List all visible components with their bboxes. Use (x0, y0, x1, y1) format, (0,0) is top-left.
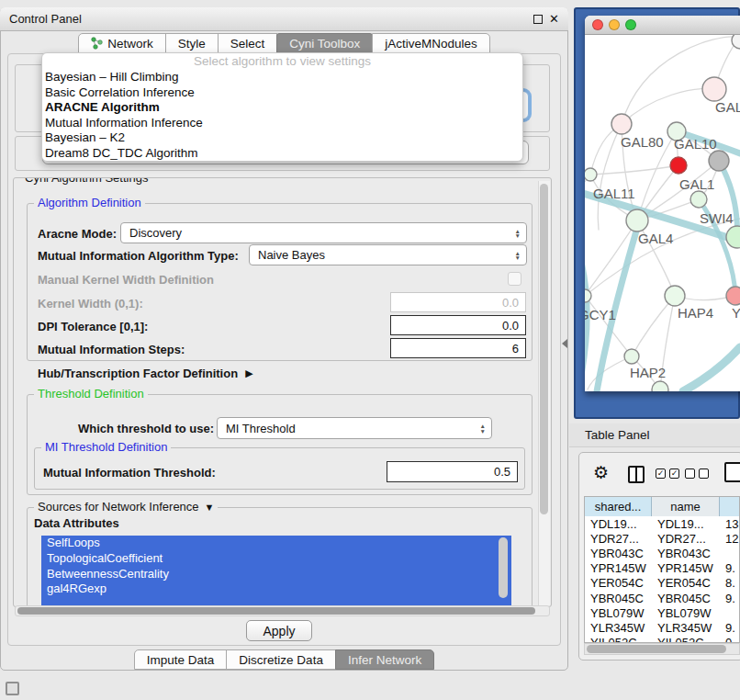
column-header-a[interactable]: A (720, 497, 740, 516)
network-edge[interactable] (585, 175, 590, 252)
network-node-gal1[interactable] (690, 191, 707, 208)
close-icon[interactable]: ✕ (549, 12, 559, 26)
close-traffic-light[interactable] (592, 19, 603, 30)
network-edge[interactable] (632, 296, 675, 356)
network-edge[interactable] (588, 356, 632, 390)
table-cell: YER054C (652, 576, 720, 591)
screen: Control Panel ✕ NetworkStyleSelectCyni T… (0, 0, 740, 700)
settings-hscrollbar-thumb[interactable] (17, 607, 535, 615)
gear-icon[interactable]: ⚙ (593, 462, 609, 483)
sources-group-title[interactable]: Sources for Network Inference ▼ (34, 500, 218, 514)
network-node-gal80[interactable] (611, 114, 632, 134)
tab-impute-data[interactable]: Impute Data (134, 649, 228, 670)
network-node[interactable] (670, 157, 687, 174)
attribute-item-gal4rgexp[interactable]: gal4RGexp (41, 581, 511, 597)
algorithm-option-aracne-algorithm[interactable]: ARACNE Algorithm (42, 100, 522, 116)
table-panel-titlebar: Table Panel (569, 423, 740, 447)
split-pane-collapse-handle[interactable] (562, 339, 567, 348)
hub-definition-toggle[interactable]: Hub/Transcription Factor Definition ▶ (38, 367, 253, 380)
float-window-icon[interactable] (533, 15, 543, 24)
table-row[interactable]: YDL19...YDL19...13 (585, 516, 740, 531)
network-canvas[interactable]: GALGAL80GAL10GAL11GAL1SWI4GAL4GCY1HAP4YH… (585, 35, 740, 391)
table-row[interactable]: YER054CYER054C8. (585, 576, 740, 591)
export-table-icon[interactable] (724, 462, 740, 482)
network-edge[interactable] (598, 124, 622, 230)
network-icon (91, 37, 103, 50)
column-visibility-icon[interactable] (628, 466, 645, 483)
column-header-shared[interactable]: shared... (585, 497, 652, 516)
aracne-mode-select[interactable]: Discovery ▲▼ (120, 222, 527, 243)
attribute-item-betweennesscentrality[interactable]: BetweennessCentrality (41, 567, 511, 582)
tab-jactivemnodules[interactable]: jActiveMNodules (372, 33, 490, 53)
table-cell: YBR045C (585, 591, 652, 605)
network-node[interactable] (652, 381, 668, 391)
table-row[interactable]: YBR043CYBR043C (585, 546, 740, 560)
mi-steps-input[interactable]: 6 (390, 338, 526, 358)
select-all-icon[interactable]: ✓ ✓ (656, 469, 679, 479)
tab-network[interactable]: Network (78, 33, 166, 53)
threshold-definition-title: Threshold Definition (34, 387, 148, 401)
node-label-gal10: GAL10 (674, 136, 717, 152)
algorithm-option-dream8-dc-tdc-algorithm[interactable]: Dream8 DC_TDC Algorithm (42, 146, 522, 162)
table-row[interactable]: YDR27...YDR27...12 (585, 531, 740, 546)
algorithm-option-bayesian-k2[interactable]: Bayesian – K2 (42, 130, 522, 146)
tab-select[interactable]: Select (218, 33, 278, 53)
zoom-traffic-light[interactable] (625, 19, 636, 30)
manual-kernel-width-checkbox[interactable] (508, 272, 521, 286)
mi-threshold-input[interactable]: 0.5 (387, 461, 518, 482)
network-node-gal11[interactable] (585, 168, 597, 181)
stepper-icon: ▲▼ (515, 228, 521, 238)
network-edge[interactable] (683, 347, 740, 391)
network-node-gal[interactable] (702, 77, 726, 101)
network-node-gal4[interactable] (626, 209, 648, 231)
minimize-traffic-light[interactable] (609, 19, 620, 30)
network-node-y[interactable] (726, 287, 740, 305)
attribute-item-topologicalcoefficient[interactable]: TopologicalCoefficient (41, 551, 511, 567)
tab-style[interactable]: Style (165, 33, 219, 53)
algorithm-option-mutual-information-inference[interactable]: Mutual Information Inference (42, 116, 522, 131)
table-row[interactable]: YIL052CYIL052C0. (585, 636, 740, 643)
data-attributes-label: Data Attributes (34, 516, 119, 530)
table-row[interactable]: YPR145WYPR145W9. (585, 561, 740, 576)
settings-scrollbar-thumb[interactable] (540, 184, 548, 514)
attribute-item-selfloops[interactable]: SelfLoops (41, 536, 511, 551)
table-cell: YBL079W (652, 605, 720, 620)
table-cell: 0. (720, 636, 740, 643)
apply-button[interactable]: Apply (246, 620, 312, 641)
network-node-hap4[interactable] (665, 286, 685, 306)
network-node-swi4[interactable] (726, 226, 740, 248)
table-cell (720, 546, 740, 560)
network-node-hap2[interactable] (624, 349, 639, 364)
table-cell: YLR345W (652, 620, 720, 635)
kernel-width-input[interactable]: 0.0 (390, 292, 526, 312)
table-row[interactable]: YBR045CYBR045C9. (585, 591, 740, 605)
deselect-all-icon[interactable] (685, 469, 709, 479)
network-node[interactable] (709, 151, 729, 171)
node-label-gal4: GAL4 (638, 231, 673, 246)
which-threshold-select[interactable]: MI Threshold ▲▼ (217, 417, 492, 439)
mi-threshold-label: Mutual Information Threshold: (43, 466, 216, 480)
mi-algorithm-type-select[interactable]: Naive Bayes ▲▼ (249, 244, 527, 265)
dpi-tolerance-input[interactable]: 0.0 (390, 315, 526, 335)
algorithm-option-basic-correlation-inference[interactable]: Basic Correlation Inference (42, 85, 522, 101)
table-cell: YPR145W (652, 561, 720, 576)
tab-infer-network[interactable]: Infer Network (335, 649, 434, 670)
attributes-list-scrollbar[interactable] (499, 537, 509, 605)
attributes-scrollbar-thumb[interactable] (499, 537, 508, 598)
algorithm-option-bayesian-hill-climbing[interactable]: Bayesian – Hill Climbing (42, 70, 522, 85)
table-row[interactable]: YBL079WYBL079W (585, 605, 740, 620)
table-cell: YBR043C (585, 546, 652, 560)
tab-discretize-data[interactable]: Discretize Data (226, 649, 336, 670)
tab-cyni-toolbox[interactable]: Cyni Toolbox (276, 33, 373, 53)
tab-label: jActiveMNodules (385, 37, 477, 51)
table-cell: YBR043C (652, 546, 720, 560)
data-attributes-list[interactable]: SelfLoopsTopologicalCoefficientBetweenne… (41, 536, 511, 607)
table-hscrollbar-thumb[interactable] (587, 645, 726, 653)
column-header-name[interactable]: name (652, 497, 720, 516)
node-table[interactable]: shared...nameAYDL19...YDL19...13YDR27...… (584, 496, 740, 643)
node-label-hap4: HAP4 (678, 305, 713, 321)
node-label-swi4: SWI4 (700, 210, 734, 226)
node-label-gal1: GAL1 (679, 176, 714, 192)
table-row[interactable]: YLR345WYLR345W9. (585, 620, 740, 635)
minimized-panel-icon[interactable] (6, 682, 19, 695)
